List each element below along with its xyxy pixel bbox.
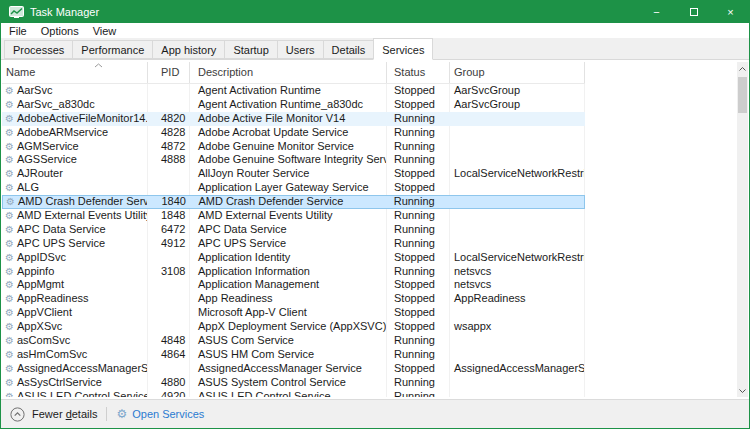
service-pid-cell: 4820: [148, 112, 190, 126]
table-row[interactable]: ⚙AJRouter AllJoyn Router Service Stopped…: [2, 167, 585, 181]
table-row[interactable]: ⚙APC UPS Service 4912 APC UPS Service Ru…: [2, 237, 585, 251]
service-gear-icon: ⚙: [5, 392, 14, 397]
service-pid-cell: 3108: [148, 265, 190, 279]
service-group-cell: netsvcs: [450, 265, 585, 279]
service-name-cell: ⚙AGMService: [2, 140, 148, 154]
service-pid-cell: 4848: [148, 334, 190, 348]
table-row[interactable]: ⚙asHmComSvc 4864 ASUS HM Com Service Run…: [2, 348, 585, 362]
scroll-down-button[interactable]: [737, 384, 748, 397]
column-header-group[interactable]: Group: [450, 62, 585, 83]
service-gear-icon: ⚙: [5, 364, 14, 374]
minimize-icon: −: [653, 6, 659, 18]
service-description-cell: AllJoyn Router Service: [190, 167, 387, 181]
table-row[interactable]: ⚙AarSvc Agent Activation Runtime Stopped…: [2, 84, 585, 98]
scrollbar-thumb[interactable]: [738, 77, 747, 113]
table-row[interactable]: ⚙AppVClient Microsoft App-V Client Stopp…: [2, 306, 585, 320]
service-gear-icon: ⚙: [5, 86, 14, 96]
maximize-button[interactable]: [675, 0, 712, 23]
service-name-cell: ⚙AJRouter: [2, 167, 148, 181]
menu-options[interactable]: Options: [34, 25, 86, 37]
service-description-cell: Adobe Active File Monitor V14: [190, 112, 387, 126]
column-header-name[interactable]: Name: [2, 62, 148, 83]
service-name-cell: ⚙AarSvc: [2, 84, 148, 98]
service-pid-cell: 1840: [148, 196, 190, 208]
scroll-up-button[interactable]: [737, 62, 748, 75]
service-name-cell: ⚙AdobeActiveFileMonitor14.0: [2, 112, 148, 126]
table-row[interactable]: ⚙AppMgmt Application Management Stopped …: [2, 278, 585, 292]
table-row[interactable]: ⚙Appinfo 3108 Application Information Ru…: [2, 265, 585, 279]
menu-view[interactable]: View: [86, 25, 124, 37]
table-row[interactable]: ⚙AMD External Events Utility 1848 AMD Ex…: [2, 209, 585, 223]
column-header-description[interactable]: Description: [190, 62, 387, 83]
service-status-cell: Running: [387, 334, 450, 348]
table-row[interactable]: ⚙AGSService 4888 Adobe Genuine Software …: [2, 153, 585, 167]
service-group-cell: [450, 334, 585, 348]
service-description-cell: Application Layer Gateway Service: [190, 181, 387, 195]
table-row[interactable]: ⚙ALG Application Layer Gateway Service S…: [2, 181, 585, 195]
service-pid-cell: [148, 98, 190, 112]
service-name-cell: ⚙AppIDSvc: [2, 251, 148, 265]
table-row[interactable]: ⚙AMD Crash Defender Service 1840 AMD Cra…: [2, 195, 585, 209]
window-title: Task Manager: [30, 6, 99, 18]
table-row[interactable]: ⚙AsSysCtrlService 4880 ASUS System Contr…: [2, 376, 585, 390]
column-header-status[interactable]: Status: [387, 62, 450, 83]
service-name-cell: ⚙ALG: [2, 181, 148, 195]
table-row[interactable]: ⚙AdobeActiveFileMonitor14.0 4820 Adobe A…: [2, 112, 585, 126]
service-description-cell: APC UPS Service: [190, 237, 387, 251]
service-group-cell: [450, 153, 585, 167]
vertical-scrollbar[interactable]: [737, 62, 748, 397]
service-status-cell: Stopped: [387, 292, 450, 306]
service-description-cell: APC Data Service: [190, 223, 387, 237]
service-gear-icon: ⚙: [5, 239, 14, 249]
table-row[interactable]: ⚙APC Data Service 6472 APC Data Service …: [2, 223, 585, 237]
service-description-cell: Agent Activation Runtime_a830dc: [190, 98, 387, 112]
service-description-cell: AMD Crash Defender Service: [190, 196, 386, 208]
table-row[interactable]: ⚙AppIDSvc Application Identity Stopped L…: [2, 251, 585, 265]
service-gear-icon: ⚙: [5, 225, 14, 235]
table-row[interactable]: ⚙AarSvc_a830dc Agent Activation Runtime_…: [2, 98, 585, 112]
service-pid-cell: [148, 167, 190, 181]
service-pid-cell: 4888: [148, 153, 190, 167]
service-group-cell: wsappx: [450, 320, 585, 334]
service-pid-cell: [148, 306, 190, 320]
tab-processes[interactable]: Processes: [4, 40, 73, 59]
service-status-cell: Stopped: [387, 84, 450, 98]
table-row[interactable]: ⚙AppXSvc AppX Deployment Service (AppXSV…: [2, 320, 585, 334]
table-row[interactable]: ⚙AdobeARMservice 4828 Adobe Acrobat Upda…: [2, 126, 585, 140]
service-gear-icon: ⚙: [5, 100, 14, 110]
service-status-cell: Stopped: [387, 167, 450, 181]
table-row[interactable]: ⚙asComSvc 4848 ASUS Com Service Running: [2, 334, 585, 348]
service-status-cell: Running: [387, 140, 450, 154]
fewer-details-button[interactable]: Fewer details: [32, 408, 97, 420]
table-row[interactable]: ⚙AppReadiness App Readiness Stopped AppR…: [2, 292, 585, 306]
service-gear-icon: ⚙: [5, 211, 14, 221]
menu-file[interactable]: File: [9, 25, 34, 37]
table-row[interactable]: ⚙ASUS LED Control Service 4920 ASUS LED …: [2, 390, 585, 397]
open-services-link[interactable]: Open Services: [132, 408, 204, 420]
service-description-cell: AMD External Events Utility: [190, 209, 387, 223]
service-group-cell: [449, 196, 584, 208]
service-group-cell: [450, 348, 585, 362]
service-status-cell: Stopped: [387, 278, 450, 292]
service-name-cell: ⚙AsSysCtrlService: [2, 376, 148, 390]
table-row[interactable]: ⚙AGMService 4872 Adobe Genuine Monitor S…: [2, 140, 585, 154]
fewer-details-chevron-icon: [10, 407, 25, 422]
status-bar: Fewer details ⚙ Open Services: [1, 399, 749, 428]
service-description-cell: AppX Deployment Service (AppXSVC): [190, 320, 387, 334]
tab-app-history[interactable]: App history: [152, 40, 225, 59]
tab-details[interactable]: Details: [323, 40, 375, 59]
service-description-cell: Microsoft App-V Client: [190, 306, 387, 320]
service-name-cell: ⚙asHmComSvc: [2, 348, 148, 362]
tab-services[interactable]: Services: [373, 38, 433, 60]
service-pid-cell: [148, 362, 190, 376]
close-button[interactable]: ×: [712, 0, 749, 23]
tab-performance[interactable]: Performance: [72, 40, 153, 59]
service-name-cell: ⚙AssignedAccessManagerSvc: [2, 362, 148, 376]
service-gear-icon: ⚙: [5, 142, 14, 152]
tab-startup[interactable]: Startup: [224, 40, 277, 59]
tab-users[interactable]: Users: [277, 40, 324, 59]
table-row[interactable]: ⚙AssignedAccessManagerSvc AssignedAccess…: [2, 362, 585, 376]
service-group-cell: LocalServiceNetworkRestricted: [450, 251, 585, 265]
minimize-button[interactable]: −: [638, 0, 675, 23]
column-header-pid[interactable]: PID: [148, 62, 190, 83]
